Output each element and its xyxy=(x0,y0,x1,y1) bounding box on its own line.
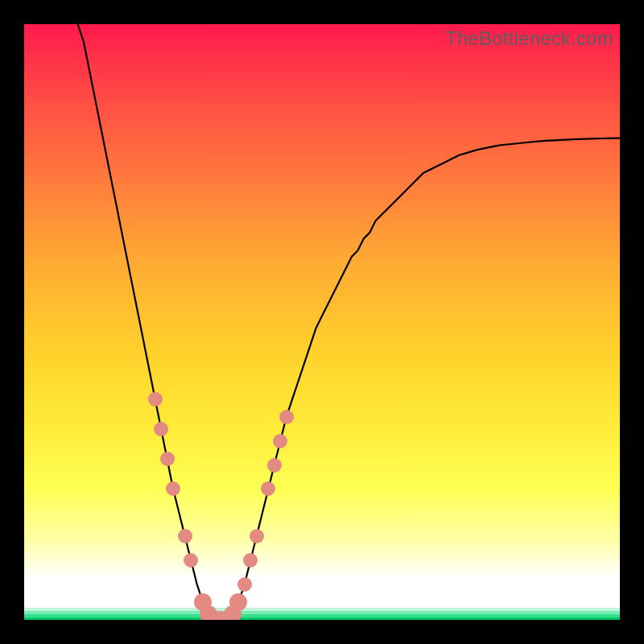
curve-marker xyxy=(148,392,163,407)
curve-marker xyxy=(184,553,198,568)
curve-marker xyxy=(237,577,252,592)
curve-marker xyxy=(273,434,287,448)
curve-marker xyxy=(250,529,264,543)
curve-marker xyxy=(178,529,192,543)
curve-marker xyxy=(267,458,282,473)
curve-marker xyxy=(160,452,175,466)
plot-area: TheBottleneck.com xyxy=(24,24,620,620)
curve-marker xyxy=(166,481,180,496)
curve-marker xyxy=(243,553,258,568)
chart-frame: TheBottleneck.com xyxy=(0,0,644,644)
curve-marker xyxy=(229,593,247,611)
curve-marker xyxy=(261,481,275,496)
bottleneck-curve xyxy=(24,24,620,620)
watermark-text: TheBottleneck.com xyxy=(445,27,613,50)
curve-marker xyxy=(279,410,294,424)
curve-marker xyxy=(154,422,168,436)
